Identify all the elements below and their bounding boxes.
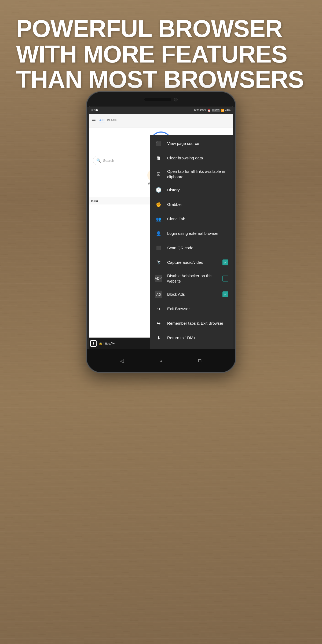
browser-main: G 🔍 Search 🌤 Weather — [89, 127, 233, 349]
exit-browser-label: Exit Browser — [167, 306, 228, 312]
return-1dm-label: Return to 1DM+ — [167, 335, 228, 341]
capture-av-icon: 🔭 — [155, 259, 162, 266]
clipboard-label: Open tab for all links available in clip… — [167, 169, 228, 179]
return-1dm-icon: ⬇ — [155, 334, 162, 342]
menu-item-scan-qr[interactable]: ⬛ Scan QR code — [150, 241, 233, 255]
android-recent-button[interactable]: □ — [196, 357, 204, 365]
phone-notch — [87, 92, 235, 107]
url-text: https://w — [104, 342, 115, 345]
clock-icon: ⏰ — [207, 109, 211, 112]
menu-item-history[interactable]: 🕐 History — [150, 183, 233, 197]
tab-all[interactable]: ALL — [99, 118, 105, 123]
menu-item-view-source[interactable]: ⬛ View page source — [150, 136, 233, 151]
disable-adblock-label: Disable Adblocker on this website — [167, 273, 218, 284]
menu-item-exit-browser[interactable]: ↪ Exit Browser — [150, 302, 233, 316]
clone-label: Clone Tab — [167, 216, 228, 222]
lock-icon: 🔒 — [99, 342, 103, 345]
headline-text: Powerful Browser with more features than… — [16, 16, 306, 92]
tab-count-badge[interactable]: 1 — [90, 340, 97, 347]
phone-speaker — [144, 98, 171, 101]
menu-item-clone[interactable]: 👥 Clone Tab — [150, 212, 233, 226]
menu-item-clipboard[interactable]: ☑ Open tab for all links available in cl… — [150, 165, 233, 183]
disable-adblock-checkbox[interactable] — [222, 276, 228, 281]
clear-data-icon: 🗑 — [155, 154, 162, 162]
phone-camera — [174, 98, 178, 101]
search-placeholder: Search — [103, 159, 114, 163]
scan-qr-icon: ⬛ — [155, 244, 162, 252]
wifi-icon: 📶 — [221, 109, 224, 112]
india-label: India — [91, 199, 98, 202]
remember-exit-icon: ↪ — [155, 320, 162, 327]
block-ads-checkbox[interactable]: ✓ — [222, 291, 228, 297]
capture-av-checkbox[interactable]: ✓ — [222, 259, 228, 265]
headline: Powerful Browser with more features than… — [0, 16, 322, 92]
phone-frame: 8:56 0.28 KB/S ⏰ VoLTE 📶 41% ☰ ALL IMAGE — [86, 91, 236, 373]
exit-browser-icon: ↪ — [155, 305, 162, 313]
menu-item-incognito[interactable]: 🕵 Switch to Incognito — [150, 345, 233, 349]
menu-item-capture-av[interactable]: 🔭 Capture audio/video ✓ — [150, 255, 233, 270]
clear-data-label: Clear browsing data — [167, 155, 228, 161]
status-time: 8:56 — [92, 108, 98, 112]
status-bar: 8:56 0.28 KB/S ⏰ VoLTE 📶 41% — [89, 107, 233, 114]
grabber-icon: ✊ — [155, 201, 162, 208]
speed-indicator: 0.28 KB/S — [194, 109, 206, 112]
browser-toolbar: ☰ ALL IMAGE — [89, 114, 233, 127]
grabber-label: Grabber — [167, 202, 228, 207]
history-label: History — [167, 187, 228, 193]
android-home-button[interactable]: ○ — [157, 357, 165, 365]
phone-bottom-bar: ◁ ○ □ — [87, 349, 235, 372]
menu-item-return-1dm[interactable]: ⬇ Return to 1DM+ — [150, 331, 233, 345]
menu-item-disable-adblock[interactable]: AD✓ Disable Adblocker on this website — [150, 270, 233, 287]
volte-indicator: VoLTE — [212, 109, 220, 112]
view-source-icon: ⬛ — [155, 140, 162, 147]
view-source-label: View page source — [167, 141, 228, 146]
menu-item-block-ads[interactable]: AD Block Ads ✓ — [150, 287, 233, 302]
scan-qr-label: Scan QR code — [167, 245, 228, 251]
android-back-button[interactable]: ◁ — [118, 357, 126, 365]
incognito-icon: 🕵 — [155, 349, 162, 349]
block-ads-label: Block Ads — [167, 292, 218, 297]
menu-item-external-login[interactable]: 👤 Login using external browser — [150, 226, 233, 241]
menu-item-clear-data[interactable]: 🗑 Clear browsing data — [150, 151, 233, 165]
hamburger-icon[interactable]: ☰ — [92, 118, 96, 124]
remember-exit-label: Remember tabs & Exit Browser — [167, 321, 228, 326]
history-icon: 🕐 — [155, 186, 162, 194]
dropdown-menu: ⬛ View page source 🗑 Clear browsing data… — [150, 135, 233, 349]
clone-icon: 👥 — [155, 215, 162, 223]
status-icons: 0.28 KB/S ⏰ VoLTE 📶 41% — [194, 109, 230, 112]
capture-av-label: Capture audio/video — [167, 260, 218, 265]
search-icon: 🔍 — [96, 158, 101, 163]
block-ads-icon: AD — [155, 291, 162, 298]
tab-bar: ALL IMAGE — [99, 118, 118, 123]
menu-item-remember-exit[interactable]: ↪ Remember tabs & Exit Browser — [150, 316, 233, 331]
tab-images[interactable]: IMAGE — [107, 118, 117, 123]
battery-indicator: 41% — [225, 109, 230, 112]
external-login-icon: 👤 — [155, 230, 162, 237]
disable-adblock-icon: AD✓ — [155, 275, 162, 282]
phone-screen: 8:56 0.28 KB/S ⏰ VoLTE 📶 41% ☰ ALL IMAGE — [89, 107, 233, 349]
screen-layout: 8:56 0.28 KB/S ⏰ VoLTE 📶 41% ☰ ALL IMAGE — [89, 107, 233, 349]
menu-item-grabber[interactable]: ✊ Grabber — [150, 197, 233, 212]
external-login-label: Login using external browser — [167, 231, 228, 236]
clipboard-icon: ☑ — [155, 170, 162, 178]
